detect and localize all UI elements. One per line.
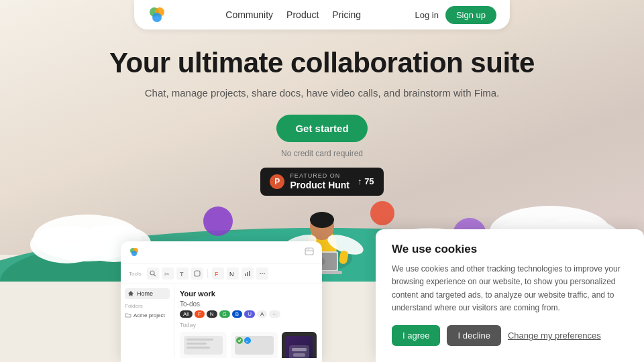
todos-title: To-dos xyxy=(180,300,317,308)
folder-icon xyxy=(125,312,131,318)
nav-links: Community Product Pricing xyxy=(185,9,401,20)
filter-more[interactable]: ··· xyxy=(269,310,280,318)
hero-title: Your ultimate collaboration suite xyxy=(109,47,535,79)
filter-a[interactable]: A xyxy=(257,310,267,318)
svg-point-43 xyxy=(150,271,154,275)
svg-rect-39 xyxy=(305,248,313,255)
tool-scissors[interactable]: ✂ xyxy=(162,267,174,280)
nav-product[interactable]: Product xyxy=(286,9,319,20)
home-label: Home xyxy=(137,290,153,297)
svg-point-16 xyxy=(203,206,233,236)
svg-text:N: N xyxy=(229,271,234,277)
cookie-title: We use cookies xyxy=(392,243,628,256)
svg-point-53 xyxy=(260,273,261,274)
cards-row: Wireframe Last update: 24 Jan, 2024 xyxy=(180,332,317,358)
cookie-text: We use cookies and other tracking techno… xyxy=(392,263,628,314)
card-wireframe[interactable]: Wireframe Last update: 24 Jan, 2024 xyxy=(180,332,227,358)
folder-name: Acme project xyxy=(133,312,165,318)
svg-point-55 xyxy=(264,273,265,274)
tool-notion[interactable]: N xyxy=(227,267,239,280)
filter-g[interactable]: G xyxy=(219,310,230,318)
cookie-decline-button[interactable]: I decline xyxy=(447,325,500,346)
svg-rect-50 xyxy=(245,274,246,276)
tool-search[interactable] xyxy=(147,267,159,280)
home-icon xyxy=(127,290,134,297)
filter-f[interactable]: F xyxy=(195,310,205,318)
card-screener-thumb: + xyxy=(235,336,274,355)
filter-u[interactable]: U xyxy=(244,310,255,318)
card-dark-preview[interactable] xyxy=(282,332,317,358)
app-toolbar: Tools ✂ T F N xyxy=(121,263,322,284)
filter-n[interactable]: N xyxy=(207,310,217,318)
today-label: Today xyxy=(180,322,317,328)
app-sidebar: Home Folders Acme project xyxy=(121,284,174,358)
thumb-lines xyxy=(186,339,220,351)
thumb-line-3 xyxy=(186,347,210,349)
your-work-title: Your work xyxy=(180,290,317,298)
card-wireframe-label: Wireframe xyxy=(184,357,223,358)
filter-all[interactable]: All xyxy=(180,310,193,318)
cookie-preferences-button[interactable]: Change my preferences xyxy=(508,330,601,341)
card-wireframe-thumb xyxy=(184,336,223,355)
svg-point-54 xyxy=(262,273,263,274)
cookie-agree-button[interactable]: I agree xyxy=(392,325,440,346)
filter-bar: All F N G B U A ··· xyxy=(180,310,317,318)
cookie-actions: I agree I decline Change my preferences xyxy=(392,325,628,346)
tool-extra[interactable] xyxy=(256,267,268,280)
signup-button[interactable]: Sign up xyxy=(445,6,496,24)
logo xyxy=(148,5,166,24)
thumb-icons: + xyxy=(236,337,251,344)
filter-b[interactable]: B xyxy=(232,310,242,318)
card-screener-label: Screener and recruit... xyxy=(235,357,274,358)
thumb-line-1 xyxy=(186,339,213,341)
new-tab-icon xyxy=(305,247,314,257)
tool-figma[interactable]: F xyxy=(212,267,224,280)
dark-line-1 xyxy=(292,348,307,351)
nav-actions: Log in Sign up xyxy=(415,6,496,24)
tool-text[interactable]: T xyxy=(176,267,189,280)
dark-line-2 xyxy=(293,353,305,357)
dark-preview-bg xyxy=(286,336,313,358)
card-screener[interactable]: + Screener and recruit... Last update: 2… xyxy=(231,332,278,358)
app-preview: Tools ✂ T F N Home xyxy=(121,241,322,362)
svg-point-41 xyxy=(307,249,308,250)
tool-shape[interactable] xyxy=(191,267,203,280)
app-main: Your work To-dos All F N G B U A ··· Tod… xyxy=(174,284,322,358)
svg-point-38 xyxy=(131,251,137,256)
svg-text:✂: ✂ xyxy=(164,271,170,277)
nav-community[interactable]: Community xyxy=(225,9,273,20)
navigation: Community Product Pricing Log in Sign up xyxy=(134,0,510,29)
login-button[interactable]: Log in xyxy=(415,10,438,20)
svg-rect-47 xyxy=(195,271,200,276)
svg-text:+: + xyxy=(246,339,248,343)
thumb-icon-1 xyxy=(236,337,243,344)
tool-chart[interactable] xyxy=(241,267,254,280)
app-topbar xyxy=(121,241,322,263)
svg-line-44 xyxy=(154,275,156,277)
thumb-icon-2: + xyxy=(244,337,251,344)
svg-rect-51 xyxy=(247,272,248,276)
cookie-banner: We use cookies We use cookies and other … xyxy=(376,229,644,362)
svg-point-42 xyxy=(308,249,309,250)
app-content: Home Folders Acme project Your work To-d… xyxy=(121,284,322,358)
folder-item[interactable]: Acme project xyxy=(125,312,170,318)
sidebar-home[interactable]: Home xyxy=(125,288,170,299)
svg-rect-52 xyxy=(249,271,250,276)
thumb-line-2 xyxy=(186,343,207,345)
app-logo-small xyxy=(129,247,140,257)
svg-point-2 xyxy=(152,13,162,22)
svg-text:F: F xyxy=(215,271,219,277)
hero-subtitle: Chat, manage projects, share docs, have … xyxy=(145,87,500,99)
svg-point-17 xyxy=(370,201,394,225)
dark-preview-inner xyxy=(289,345,309,359)
nav-pricing[interactable]: Pricing xyxy=(332,9,361,20)
toolbar-divider xyxy=(207,269,208,278)
svg-text:T: T xyxy=(180,271,184,277)
tools-label: Tools xyxy=(129,271,142,277)
folders-label: Folders xyxy=(125,303,170,309)
svg-point-23 xyxy=(310,212,334,228)
